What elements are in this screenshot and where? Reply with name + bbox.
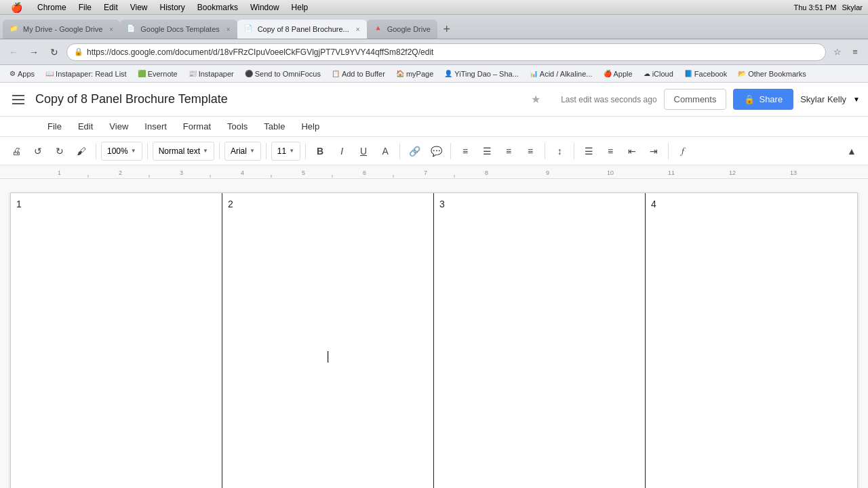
bookmark-facebook[interactable]: 📘 Facebook [680, 68, 731, 79]
panel-1-number: 1 [16, 199, 22, 209]
increase-indent-button[interactable]: ⇥ [644, 142, 663, 161]
size-value: 11 [277, 146, 286, 156]
view-menu[interactable]: View [125, 1, 153, 14]
brochure-panel-4[interactable]: 4 [646, 193, 857, 488]
bookmarks-menu[interactable]: Bookmarks [192, 1, 243, 14]
bookmark-acid[interactable]: 📊 Acid / Alkaline... [526, 68, 597, 79]
help-menu[interactable]: Help [286, 1, 314, 14]
other-bookmarks-icon: 📂 [738, 70, 746, 77]
justify-button[interactable]: ≡ [521, 142, 540, 161]
chrome-menu[interactable]: Chrome [32, 1, 72, 14]
paint-format-button[interactable]: 🖌 [72, 142, 91, 161]
forward-button[interactable]: → [26, 44, 42, 60]
link-button[interactable]: 🔗 [405, 142, 424, 161]
size-dropdown[interactable]: 11 ▼ [271, 142, 300, 161]
style-dropdown[interactable]: Normal text ▼ [153, 142, 214, 161]
tab-gdrive[interactable]: 🔺 Google Drive [367, 20, 437, 39]
svg-text:9: 9 [546, 169, 549, 176]
edit-menu[interactable]: Edit [98, 1, 123, 14]
doc-area[interactable]: 1 2 | 3 4 [0, 179, 868, 488]
italic-button[interactable]: I [332, 142, 351, 161]
bookmark-mypage[interactable]: 🏠 myPage [392, 68, 437, 79]
print-button[interactable]: 🖨 [7, 142, 26, 161]
bookmark-evernote[interactable]: 🟩 Evernote [134, 68, 182, 79]
comments-button[interactable]: Comments [664, 89, 727, 110]
bookmark-omnifocus-label: Send to OmniFocus [255, 70, 321, 78]
doc-page[interactable]: 1 2 | 3 4 [10, 192, 858, 488]
bullet-list-button[interactable]: ☰ [579, 142, 598, 161]
bold-button[interactable]: B [311, 142, 330, 161]
ruler: 1 2 3 4 5 6 7 8 9 10 11 12 13 [0, 165, 868, 179]
new-tab-button[interactable]: + [437, 20, 456, 39]
formula-button[interactable]: 𝑓 [673, 142, 692, 161]
yiting-icon: 👤 [444, 70, 452, 77]
decrease-indent-button[interactable]: ⇤ [623, 142, 642, 161]
back-button[interactable]: ← [5, 44, 22, 60]
mac-time: Thu 3:51 PM [793, 3, 836, 12]
bookmark-instapaper[interactable]: 📰 Instapaper [184, 68, 238, 79]
tab-brochure[interactable]: 📄 Copy of 8 Panel Brochure... × [237, 20, 367, 39]
user-dropdown-icon[interactable]: ▼ [853, 96, 860, 103]
window-menu[interactable]: Window [245, 1, 285, 14]
bookmark-apps[interactable]: ⚙ Apps [5, 68, 39, 79]
align-left-button[interactable]: ≡ [456, 142, 475, 161]
docs-menu-icon[interactable] [8, 89, 28, 110]
apple-menu[interactable]: 🍎 [5, 1, 28, 14]
docs-insert-menu[interactable]: Insert [138, 119, 174, 134]
line-spacing-button[interactable]: ↕ [550, 142, 569, 161]
tab-my-drive[interactable]: 📁 My Drive - Google Drive × [3, 20, 120, 39]
docs-help-menu[interactable]: Help [294, 119, 326, 134]
acid-icon: 📊 [530, 70, 538, 77]
redo-button[interactable]: ↻ [50, 142, 69, 161]
docs-table-menu[interactable]: Table [257, 119, 292, 134]
tab-close-drive[interactable]: × [109, 26, 113, 33]
tab-templates[interactable]: 📄 Google Docs Templates × [120, 20, 237, 39]
history-menu[interactable]: History [155, 1, 191, 14]
numbered-list-button[interactable]: ≡ [601, 142, 620, 161]
chrome-settings-icon[interactable]: ≡ [848, 45, 863, 60]
bookmark-facebook-label: Facebook [694, 70, 727, 78]
file-menu[interactable]: File [73, 1, 97, 14]
bookmark-icloud[interactable]: ☁ iCloud [639, 68, 677, 79]
share-button[interactable]: 🔒 Share [733, 89, 793, 110]
align-center-button[interactable]: ☰ [477, 142, 496, 161]
tab-close-brochure[interactable]: × [356, 26, 360, 33]
brochure-panel-3[interactable]: 3 [434, 193, 646, 488]
align-right-button[interactable]: ≡ [499, 142, 518, 161]
bookmark-instapaper-readlist[interactable]: 📖 Instapaper: Read List [41, 68, 131, 79]
undo-button[interactable]: ↺ [28, 142, 47, 161]
size-dropdown-arrow: ▼ [289, 148, 294, 154]
comment-button[interactable]: 💬 [427, 142, 446, 161]
docs-file-menu[interactable]: File [41, 119, 68, 134]
tab-close-templates[interactable]: × [226, 26, 231, 33]
font-dropdown[interactable]: Arial ▼ [224, 142, 261, 161]
bookmark-star-icon[interactable]: ☆ [830, 45, 845, 60]
toolbar-separator-9 [574, 143, 574, 159]
zoom-dropdown[interactable]: 100% ▼ [101, 142, 142, 161]
docs-format-menu[interactable]: Format [176, 119, 218, 134]
docs-view-menu[interactable]: View [102, 119, 135, 134]
bookmark-buffer[interactable]: 📋 Add to Buffer [328, 68, 389, 79]
bookmark-other-label: Other Bookmarks [748, 70, 806, 78]
docs-user[interactable]: Skylar Kelly [800, 94, 846, 104]
docs-edit-menu[interactable]: Edit [71, 119, 100, 134]
brochure-panel-1[interactable]: 1 [11, 193, 222, 488]
collapse-toolbar-button[interactable]: ▲ [842, 142, 861, 161]
reload-button[interactable]: ↻ [46, 44, 62, 60]
docs-star-icon[interactable]: ★ [531, 93, 540, 106]
bookmark-other[interactable]: 📂 Other Bookmarks [734, 68, 810, 79]
bookmark-yiting[interactable]: 👤 YiTing Dao – Sha... [440, 68, 523, 79]
svg-text:11: 11 [668, 169, 675, 176]
url-text: https://docs.google.com/document/d/18vFR… [87, 47, 818, 57]
docs-tools-menu[interactable]: Tools [220, 119, 254, 134]
bookmark-omnifocus[interactable]: ⚫ Send to OmniFocus [241, 68, 325, 79]
brochure-panel-2[interactable]: 2 | [222, 193, 434, 488]
font-value: Arial [231, 146, 247, 156]
underline-button[interactable]: U [354, 142, 373, 161]
svg-text:4: 4 [241, 169, 244, 176]
text-color-button[interactable]: A [376, 142, 395, 161]
bookmark-acid-label: Acid / Alkaline... [540, 70, 593, 78]
bookmark-apple[interactable]: 🍎 Apple [599, 68, 637, 79]
url-bar[interactable]: 🔒 https://docs.google.com/document/d/18v… [66, 43, 826, 61]
bookmark-yiting-label: YiTing Dao – Sha... [454, 70, 519, 78]
